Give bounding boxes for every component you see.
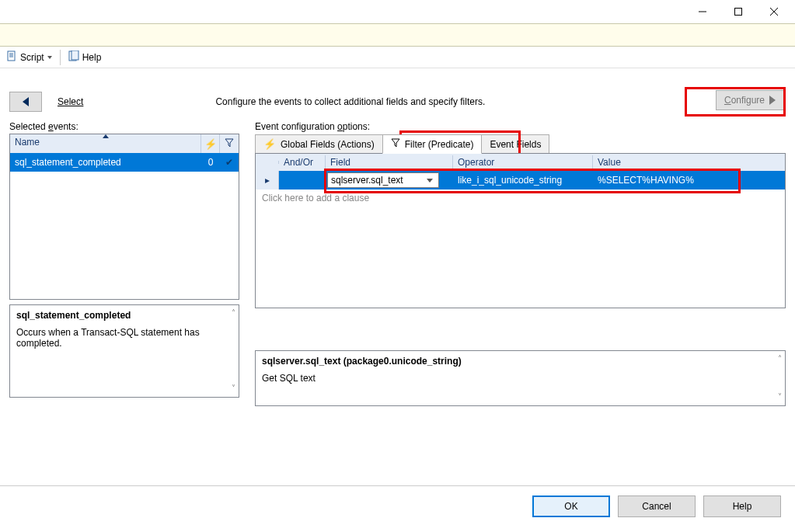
row-pointer-icon: ▸ bbox=[265, 175, 270, 186]
svg-rect-4 bbox=[8, 51, 15, 61]
nav-back-button[interactable] bbox=[9, 92, 42, 112]
nav-row: Select Configure the events to collect a… bbox=[9, 92, 786, 112]
filter-header-handle bbox=[256, 161, 279, 164]
event-description-body: Occurs when a Transact-SQL statement has… bbox=[16, 327, 232, 349]
lightning-icon: ⚡ bbox=[204, 138, 217, 150]
help-button[interactable]: Help bbox=[65, 49, 105, 66]
event-count-cell: 0 bbox=[201, 157, 220, 168]
toolbar-separator bbox=[60, 50, 61, 65]
filter-field-cell[interactable]: sqlserver.sql_text bbox=[326, 171, 453, 190]
scroll-down-icon: ˅ bbox=[232, 384, 235, 392]
tab-global-fields[interactable]: ⚡ Global Fields (Actions) bbox=[255, 134, 383, 154]
filter-header-value[interactable]: Value bbox=[593, 155, 785, 169]
nav-select-link[interactable]: Select bbox=[58, 96, 83, 107]
selected-event-row[interactable]: sql_statement_completed 0 ✔ bbox=[10, 153, 239, 172]
chevron-down-icon bbox=[47, 56, 52, 59]
nav-configure-label: Configure bbox=[724, 95, 765, 106]
event-checked-cell: ✔ bbox=[220, 157, 239, 168]
maximize-button[interactable] bbox=[720, 0, 756, 23]
column-header-name[interactable]: Name bbox=[10, 134, 201, 153]
scroll-up-icon: ˄ bbox=[232, 308, 235, 317]
filter-header-field[interactable]: Field bbox=[326, 155, 453, 169]
scroll-up-icon: ˄ bbox=[778, 354, 782, 363]
svg-rect-1 bbox=[735, 9, 742, 16]
minimize-button[interactable] bbox=[685, 0, 720, 23]
arrow-right-icon bbox=[769, 96, 776, 105]
tab-event-fields[interactable]: Event Fields bbox=[481, 134, 549, 154]
event-description-panel: sql_statement_completed Occurs when a Tr… bbox=[9, 304, 239, 398]
funnel-icon bbox=[225, 138, 234, 150]
filter-field-select[interactable]: sqlserver.sql_text bbox=[327, 172, 439, 188]
add-clause-row[interactable]: Click here to add a clause bbox=[256, 190, 785, 207]
title-bar bbox=[0, 0, 795, 23]
field-description-title: sqlserver.sql_text (package0.unicode_str… bbox=[262, 356, 462, 367]
field-description-body: Get SQL text bbox=[262, 373, 779, 384]
filter-header-operator[interactable]: Operator bbox=[453, 155, 593, 169]
tab-event-fields-label: Event Fields bbox=[490, 139, 541, 150]
nav-configure-button[interactable]: Configure bbox=[716, 90, 784, 110]
tab-filter-predicate[interactable]: Filter (Predicate) bbox=[382, 134, 483, 154]
cancel-button[interactable]: Cancel bbox=[618, 495, 696, 517]
filter-row[interactable]: ▸ sqlserver.sql_text like_i_sql_unicode_… bbox=[256, 171, 785, 190]
column-header-name-label: Name bbox=[15, 137, 40, 148]
event-description-title: sql_statement_completed bbox=[16, 310, 131, 321]
toolbar: Script Help bbox=[0, 47, 795, 68]
event-name-cell: sql_statement_completed bbox=[10, 157, 201, 168]
help-label: Help bbox=[82, 52, 102, 63]
ok-button[interactable]: OK bbox=[532, 495, 610, 517]
svg-rect-9 bbox=[71, 50, 78, 60]
filter-value-cell[interactable]: %SELECT%HAVING% bbox=[593, 175, 785, 186]
lightning-icon: ⚡ bbox=[263, 138, 276, 150]
script-button[interactable]: Script bbox=[3, 49, 55, 66]
tabs: ⚡ Global Fields (Actions) Filter (Predic… bbox=[255, 134, 786, 154]
selected-events-grid[interactable]: Name ⚡ sql_statement_completed 0 bbox=[9, 134, 239, 300]
filter-operator-cell[interactable]: like_i_sql_unicode_string bbox=[453, 175, 593, 186]
filter-grid[interactable]: And/Or Field Operator Value ▸ sqlserver.… bbox=[255, 153, 786, 308]
script-icon bbox=[6, 50, 17, 64]
check-icon: ✔ bbox=[225, 157, 233, 168]
scrollbar[interactable]: ˄ ˅ bbox=[778, 354, 782, 401]
column-header-filter[interactable] bbox=[220, 134, 239, 153]
selected-events-label: Selected events: bbox=[9, 121, 239, 132]
nav-description: Configure the events to collect addition… bbox=[215, 96, 485, 107]
tab-global-fields-label: Global Fields (Actions) bbox=[281, 139, 375, 150]
chevron-down-icon bbox=[424, 174, 435, 186]
script-label: Script bbox=[20, 52, 44, 63]
funnel-icon bbox=[391, 138, 400, 150]
event-config-label: Event configuration options: bbox=[255, 121, 786, 132]
filter-header-andor[interactable]: And/Or bbox=[279, 155, 326, 169]
filter-field-value: sqlserver.sql_text bbox=[331, 175, 403, 186]
scrollbar[interactable]: ˄ ˅ bbox=[232, 308, 235, 392]
scroll-down-icon: ˅ bbox=[778, 392, 782, 401]
close-button[interactable] bbox=[756, 0, 792, 23]
column-header-bolt[interactable]: ⚡ bbox=[201, 134, 220, 153]
info-bar bbox=[0, 23, 795, 47]
dialog-footer: OK Cancel Help bbox=[0, 485, 795, 532]
field-description-panel: sqlserver.sql_text (package0.unicode_str… bbox=[255, 350, 786, 406]
sort-asc-icon bbox=[103, 134, 109, 138]
tab-filter-predicate-label: Filter (Predicate) bbox=[405, 139, 474, 150]
help-icon bbox=[68, 50, 79, 64]
help-button[interactable]: Help bbox=[703, 495, 781, 517]
arrow-left-icon bbox=[23, 97, 29, 106]
